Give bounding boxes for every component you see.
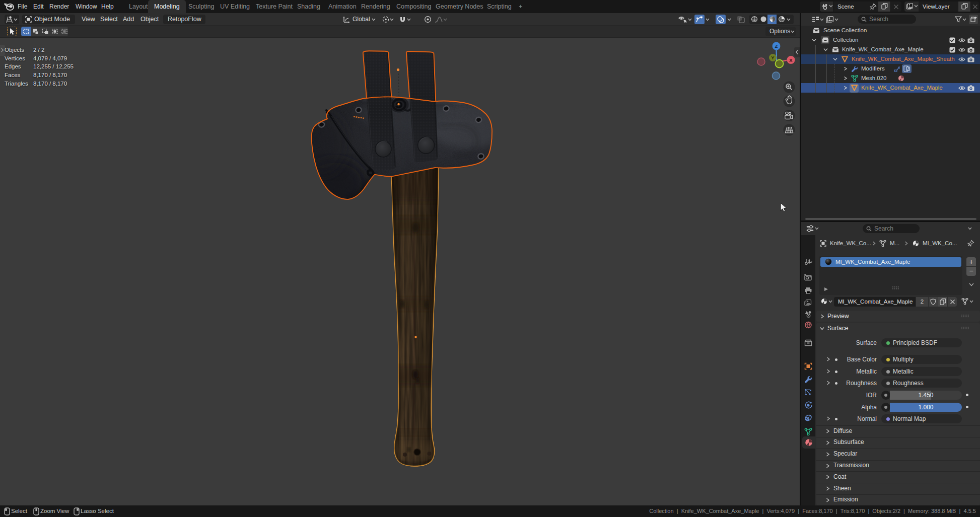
svg-text:Z: Z bbox=[775, 43, 778, 49]
svg-text:Y: Y bbox=[771, 55, 775, 60]
svg-text:X: X bbox=[789, 57, 793, 63]
